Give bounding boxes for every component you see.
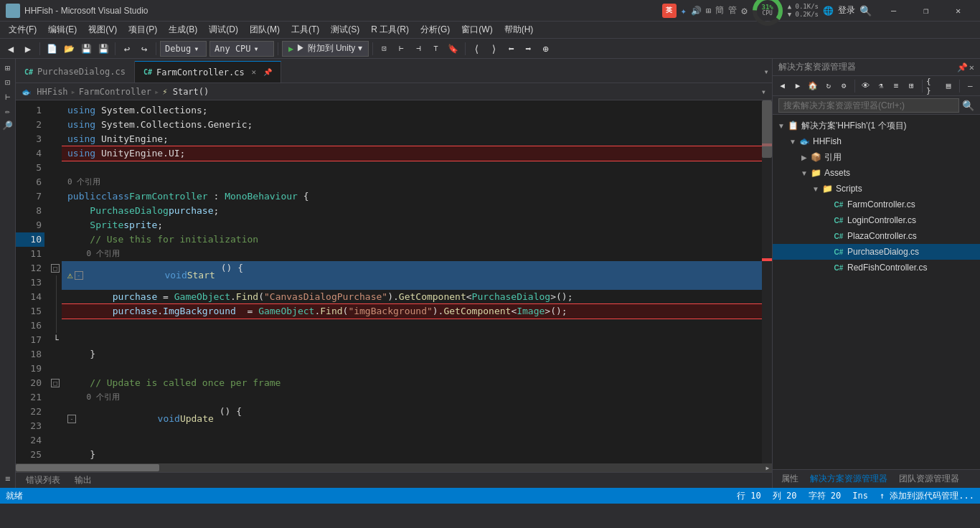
bottom-tab-errors[interactable]: 错误列表 xyxy=(19,473,67,488)
tree-redfishcontroller[interactable]: ▶ C# RedFishController.cs xyxy=(773,260,980,275)
h-scroll-thumb[interactable] xyxy=(16,464,159,471)
se-btn-props[interactable]: ⊞ xyxy=(905,78,918,94)
se-bottom-tab-team[interactable]: 团队资源管理器 xyxy=(896,471,962,486)
tab-purchasedialog[interactable]: C# PurchaseDialog.cs xyxy=(16,61,135,82)
se-btn-refresh[interactable]: ↻ xyxy=(821,78,835,94)
h-scroll-right-arrow[interactable]: ▶ xyxy=(763,463,772,472)
se-btn-view[interactable]: 👁 xyxy=(859,78,872,94)
path-file[interactable]: FarmController xyxy=(79,87,151,97)
menu-view[interactable]: 视图(V) xyxy=(83,22,123,37)
collapse-btn-10[interactable]: - xyxy=(75,271,83,280)
close-btn[interactable]: ✕ xyxy=(942,0,974,22)
maximize-btn[interactable]: ❐ xyxy=(910,0,942,22)
bottom-tab-output[interactable]: 输出 xyxy=(67,473,99,488)
se-btn-extra[interactable]: — xyxy=(963,78,977,94)
toolbar-btn-a[interactable]: ⊡ xyxy=(377,41,392,57)
code-editor[interactable]: 1 2 3 4 5 6 7 8 9 10 11 12 13 14 15 16 1… xyxy=(16,100,772,463)
se-btn-forward[interactable]: ▶ xyxy=(791,78,804,94)
path-dropdown-arrow[interactable]: ▾ xyxy=(761,87,766,97)
se-btn-home[interactable]: 🏠 xyxy=(806,78,820,94)
se-btn-collapse[interactable]: ≡ xyxy=(889,78,903,94)
tab-close-btn[interactable]: ✕ xyxy=(249,67,259,77)
menu-window[interactable]: 窗口(W) xyxy=(456,22,498,37)
se-pin-btn[interactable]: 📌 xyxy=(957,62,968,72)
se-close-btn[interactable]: ✕ xyxy=(969,62,974,72)
toolbar-open[interactable]: 📂 xyxy=(61,41,77,57)
se-bottom-tab-props[interactable]: 属性 xyxy=(778,471,801,486)
scroll-thumb[interactable] xyxy=(762,100,772,158)
menu-project[interactable]: 项目(P) xyxy=(123,22,163,37)
se-btn-filter[interactable]: ⚗ xyxy=(874,78,887,94)
sidebar-icon-6[interactable]: ≡ xyxy=(1,472,14,485)
menu-debug[interactable]: 调试(D) xyxy=(203,22,244,37)
search-icon[interactable]: 🔍 xyxy=(859,5,872,16)
tree-farmcontroller[interactable]: ▶ C# FarmController.cs xyxy=(773,197,980,212)
sidebar-icon-2[interactable]: ⊡ xyxy=(1,76,14,89)
toolbar-undo[interactable]: ↩ xyxy=(119,41,135,57)
se-btn-code[interactable]: { } xyxy=(926,78,940,94)
editor-right-gutter[interactable] xyxy=(762,100,772,463)
code-content[interactable]: using System.Collections; using System.C… xyxy=(62,100,762,463)
toolbar-btn-e[interactable]: ⟨ xyxy=(469,41,485,57)
path-project[interactable]: 🐟 HHFish xyxy=(22,87,68,97)
toolbar-redo[interactable]: ↪ xyxy=(136,41,152,57)
tree-references[interactable]: ▶ 📦 引用 xyxy=(773,149,980,165)
tree-assets[interactable]: ▼ 📁 Assets xyxy=(773,165,980,181)
menu-edit[interactable]: 编辑(E) xyxy=(42,22,83,37)
status-add-source[interactable]: ↑ 添加到源代码管理... xyxy=(880,490,974,502)
se-btn-show-all[interactable]: ▤ xyxy=(941,78,955,94)
tree-arrow-solution[interactable]: ▼ xyxy=(776,120,787,131)
collapse-btn-18[interactable]: - xyxy=(67,415,76,423)
menu-test[interactable]: 测试(S) xyxy=(325,22,365,37)
se-search-input[interactable] xyxy=(778,98,959,113)
tree-purchasedialog[interactable]: ▶ C# PurchaseDialog.cs xyxy=(773,244,980,260)
collapse-18[interactable]: □ xyxy=(51,379,60,387)
se-btn-settings[interactable]: ⚙ xyxy=(837,78,850,94)
toolbar-btn-c[interactable]: ⊣ xyxy=(411,41,427,57)
tree-solution[interactable]: ▼ 📋 解决方案'HHFish'(1 个项目) xyxy=(773,118,980,133)
tab-farmcontroller[interactable]: C# FarmController.cs ✕ 📌 xyxy=(135,61,281,82)
se-btn-back[interactable]: ◀ xyxy=(776,78,789,94)
se-bottom-tab-se[interactable]: 解决方案资源管理器 xyxy=(807,471,890,486)
sidebar-icon-1[interactable]: ⊞ xyxy=(1,62,14,75)
toolbar-btn-d[interactable]: ⊤ xyxy=(428,41,444,57)
menu-help[interactable]: 帮助(H) xyxy=(499,22,540,37)
toolbar-back[interactable]: ◀ xyxy=(3,41,19,57)
platform-dropdown[interactable]: Any CPU ▾ xyxy=(209,41,274,57)
toolbar-btn-g[interactable]: ⬅ xyxy=(504,41,519,57)
tree-arrow-assets[interactable]: ▼ xyxy=(798,167,810,179)
login-btn[interactable]: 登录 xyxy=(838,4,855,16)
tree-arrow-references[interactable]: ▶ xyxy=(798,151,810,163)
menu-rtools[interactable]: R 工具(R) xyxy=(365,22,415,37)
toolbar-forward[interactable]: ▶ xyxy=(20,41,36,57)
toolbar-btn-h[interactable]: ➡ xyxy=(521,41,537,57)
se-search-icon[interactable]: 🔍 xyxy=(962,100,974,111)
tab-overflow-arrow[interactable]: ▾ xyxy=(760,61,772,82)
menu-analyze[interactable]: 分析(G) xyxy=(415,22,456,37)
sidebar-icon-5[interactable]: 🔎 xyxy=(1,119,14,132)
config-dropdown[interactable]: Debug ▾ xyxy=(160,41,207,57)
sidebar-icon-3[interactable]: ⊢ xyxy=(1,90,14,103)
toolbar-saveall[interactable]: 💾 xyxy=(95,41,111,57)
menu-tools[interactable]: 工具(T) xyxy=(286,22,325,37)
toolbar-btn-i[interactable]: ⊕ xyxy=(538,41,554,57)
minimize-btn[interactable]: — xyxy=(877,0,910,22)
tree-logincontroller[interactable]: ▶ C# LoginController.cs xyxy=(773,212,980,228)
menu-build[interactable]: 生成(B) xyxy=(163,22,203,37)
menu-team[interactable]: 团队(M) xyxy=(244,22,286,37)
toolbar-save[interactable]: 💾 xyxy=(78,41,94,57)
collapse-10[interactable]: □ xyxy=(51,264,60,273)
sidebar-icon-4[interactable]: ✏ xyxy=(1,105,14,118)
toolbar-btn-b[interactable]: ⊢ xyxy=(394,41,410,57)
h-scrollbar[interactable]: ▶ xyxy=(16,463,772,472)
tree-arrow-project[interactable]: ▼ xyxy=(787,136,798,147)
toolbar-bookmark[interactable]: 🔖 xyxy=(446,41,461,57)
menu-file[interactable]: 文件(F) xyxy=(3,22,42,37)
toolbar-btn-f[interactable]: ⟩ xyxy=(486,41,502,57)
toolbar-new[interactable]: 📄 xyxy=(44,41,60,57)
attach-unity-btn[interactable]: ▶ ▶ 附加到 Unity ▾ xyxy=(282,41,369,57)
tree-plazacontroller[interactable]: ▶ C# PlazaController.cs xyxy=(773,228,980,244)
tree-project[interactable]: ▼ 🐟 HHFish xyxy=(773,133,980,149)
tree-scripts[interactable]: ▼ 📁 Scripts xyxy=(773,181,980,197)
tree-arrow-scripts[interactable]: ▼ xyxy=(810,183,821,194)
